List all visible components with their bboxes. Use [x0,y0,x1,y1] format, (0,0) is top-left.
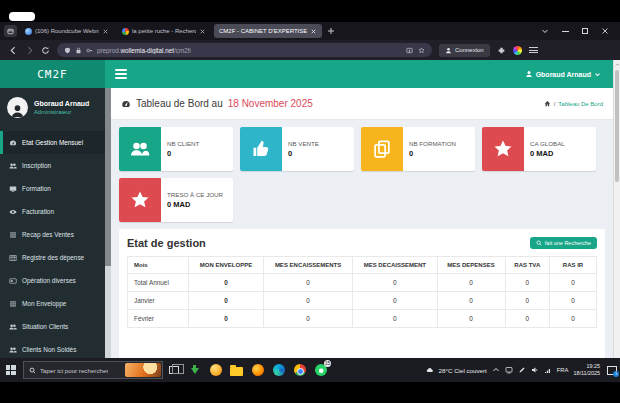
save-page-icon[interactable] [406,47,413,54]
forward-icon[interactable] [25,46,34,55]
sidebar-item-label: Situation Clients [22,323,68,330]
taskbar-search-icon [29,367,36,374]
tab-close-icon[interactable] [102,28,109,35]
sidebar-item[interactable]: Mon Enveloppe [0,292,105,315]
content-header: Tableau de Bord au 18 November 2025 / Ta… [111,88,613,120]
etat-gestion-panel: Etat de gestion fait une Recherche [119,229,605,358]
connexion-button[interactable]: Connexion [439,44,490,57]
tray-expand-icon[interactable] [492,366,500,374]
list-all-tabs-icon[interactable] [541,27,549,35]
table-cell: 0 [188,310,263,328]
sidebar-item[interactable]: Facturation [0,200,105,223]
download-manager-button[interactable] [184,358,205,382]
firefox-view-icon[interactable] [4,25,17,37]
sidebar-item[interactable]: Recap des Ventes [0,223,105,246]
sidebar-scrollbar[interactable] [105,88,111,358]
notification-badge: 1 [613,371,619,377]
urlbar-actions [406,47,425,54]
tab-close-icon[interactable] [199,28,206,35]
page-viewport: CM2F Gboraud Arnaud [0,60,620,358]
app-logo[interactable]: CM2F [0,60,105,88]
scrollbar-thumb[interactable] [615,70,619,182]
sidebar-item[interactable]: Inscription [0,154,105,177]
sidebar-item[interactable]: Etat Gestion Mensuel [0,131,105,154]
edge-button[interactable] [268,358,289,382]
firefox-button[interactable] [247,358,268,382]
whatsapp-badge: 15 [324,360,331,367]
sidebar-item[interactable]: Opération diverses [0,269,105,292]
page-scrollbar[interactable] [613,60,620,358]
back-icon[interactable] [9,46,18,55]
language-indicator[interactable]: FRA [557,367,569,373]
minimize-button[interactable] [562,31,569,32]
pen-tray-icon[interactable] [518,366,526,374]
browser-tab[interactable]: (106) Roundcube Webmail : Bo [20,24,114,38]
sidebar-toggle-icon[interactable] [115,69,127,79]
table-cell: 0 [437,292,505,310]
start-button[interactable] [0,358,21,382]
folder-icon [230,367,243,376]
file-explorer-button[interactable] [226,358,247,382]
scroll-up-icon[interactable] [614,61,620,68]
table-cell: 0 [353,274,437,292]
close-window-button[interactable] [601,27,609,35]
weather-cloud-icon [426,366,434,374]
new-tab-button[interactable] [325,25,337,37]
network-icon[interactable] [544,366,552,374]
table-cell: 0 [264,274,353,292]
home-icon[interactable] [544,100,551,107]
stat-card: CA GLOBAL 0 MAD [482,127,596,171]
dashboard-icon [121,99,131,109]
browser-tab[interactable]: CM2F - CABINET D'EXPERTISE COM [214,24,322,38]
search-highlight-image[interactable] [125,363,161,377]
whatsapp-button[interactable]: 15 [310,358,331,382]
coin-app-button[interactable] [205,358,226,382]
sidebar-item[interactable]: Situation Clients [0,315,105,338]
users-icon [9,346,17,354]
taskbar-clock[interactable]: 19:25 18/11/2025 [573,363,600,377]
app-header: CM2F Gboraud Arnaud [0,60,613,88]
tab-close-icon[interactable] [310,28,317,35]
table-row: Total Annuel000000 [128,274,597,292]
task-view-button[interactable] [163,358,184,382]
color-wheel-extension-icon[interactable] [513,46,522,55]
lock-icon[interactable] [75,47,82,54]
table-body: Total Annuel000000Janvier000000Février00… [128,274,597,328]
extension-icon[interactable] [497,46,506,55]
breadcrumb-current[interactable]: Tableau De Bord [558,101,603,107]
user-menu[interactable]: Gboraud Arnaud [525,70,613,78]
table-cell: 0 [550,274,597,292]
table-cell: 0 [550,310,597,328]
edge-icon [273,364,285,376]
sidebar-item[interactable]: Formation [0,177,105,200]
menu-icon[interactable] [529,47,538,53]
key-icon[interactable] [86,47,93,54]
sidebar-item[interactable]: Clients Non Soldés [0,338,105,358]
sidebar-item-label: Etat Gestion Mensuel [22,139,83,146]
chrome-button[interactable] [289,358,310,382]
speaker-icon[interactable] [531,366,539,374]
taskbar-search[interactable]: Taper ici pour rechercher [23,361,163,379]
gauge-icon [9,139,17,147]
search-button[interactable]: fait une Recherche [530,237,597,249]
window-controls [541,27,616,35]
shield-icon[interactable] [64,47,71,54]
taskbar-search-placeholder: Taper ici pour rechercher [40,367,108,374]
reload-icon[interactable] [41,46,50,55]
weather-label[interactable]: 28°C Ciel couvert [439,367,487,374]
users-icon [9,162,17,170]
maximize-button[interactable] [582,28,588,34]
table-row: Février000000 [128,310,597,328]
address-bar[interactable]: preprod.wollemia-digital.net/cm2f/ [57,43,432,57]
bookmark-star-icon[interactable] [418,47,425,54]
eye-icon [9,208,17,216]
sidebar-item[interactable]: Registre des dépense [0,246,105,269]
stat-value: 0 [409,149,456,158]
action-center-icon[interactable]: 1 [607,366,617,375]
stat-value: 0 MAD [167,200,223,209]
breadcrumb: / Tableau De Bord [544,100,603,107]
onedrive-tray-icon[interactable] [505,366,513,374]
browser-tab[interactable]: la petite ruche - Recherche Goo [117,24,211,38]
stat-cards: NB CLIENT 0 NB VENTE 0 NB FORMATION 0 CA… [111,120,613,222]
roundcube-favicon-icon [25,28,32,35]
